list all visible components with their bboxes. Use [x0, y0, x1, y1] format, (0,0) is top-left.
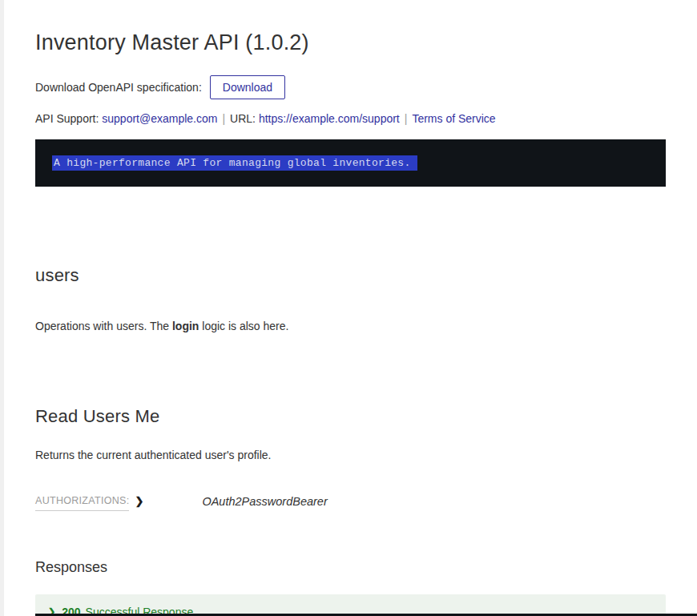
selected-description-text: A high-performance API for managing glob…	[52, 155, 417, 171]
api-support-label: API Support:	[35, 112, 102, 125]
responses-heading: Responses	[35, 559, 666, 576]
tag-description-bold: login	[172, 320, 199, 332]
separator: |	[405, 112, 408, 125]
auth-scheme-link[interactable]: OAuth2PasswordBearer	[202, 495, 327, 508]
sidebar-edge	[0, 0, 4, 616]
download-button[interactable]: Download	[210, 75, 285, 99]
download-spec-label: Download OpenAPI specification:	[35, 81, 202, 94]
api-support-row: API Support: support@example.com|URL: ht…	[35, 112, 666, 125]
response-row-200[interactable]: ❯ 200 Successful Response	[35, 594, 666, 616]
download-spec-row: Download OpenAPI specification: Download	[35, 75, 666, 99]
support-email-link[interactable]: support@example.com	[102, 112, 217, 125]
operation-heading: Read Users Me	[35, 406, 666, 427]
operation-description: Returns the current authenticated user's…	[35, 449, 666, 461]
separator: |	[222, 112, 225, 125]
tag-description-suffix: logic is also here.	[199, 320, 288, 332]
api-doc-content: Inventory Master API (1.0.2) Download Op…	[35, 0, 666, 616]
url-label: URL:	[230, 112, 259, 125]
tag-description: Operations with users. The login logic i…	[35, 319, 666, 334]
tag-description-prefix: Operations with users. The	[35, 320, 172, 332]
authorizations-label[interactable]: AUTHORIZATIONS:	[35, 495, 129, 511]
terms-of-service-link[interactable]: Terms of Service	[412, 112, 495, 125]
tag-heading-users: users	[35, 265, 666, 286]
authorizations-row: AUTHORIZATIONS: ❯ OAuth2PasswordBearer	[35, 495, 666, 511]
chevron-right-icon[interactable]: ❯	[135, 495, 143, 508]
page-title: Inventory Master API (1.0.2)	[35, 30, 666, 55]
support-url-link[interactable]: https://example.com/support	[259, 112, 400, 125]
api-description-code-block: A high-performance API for managing glob…	[35, 139, 666, 187]
